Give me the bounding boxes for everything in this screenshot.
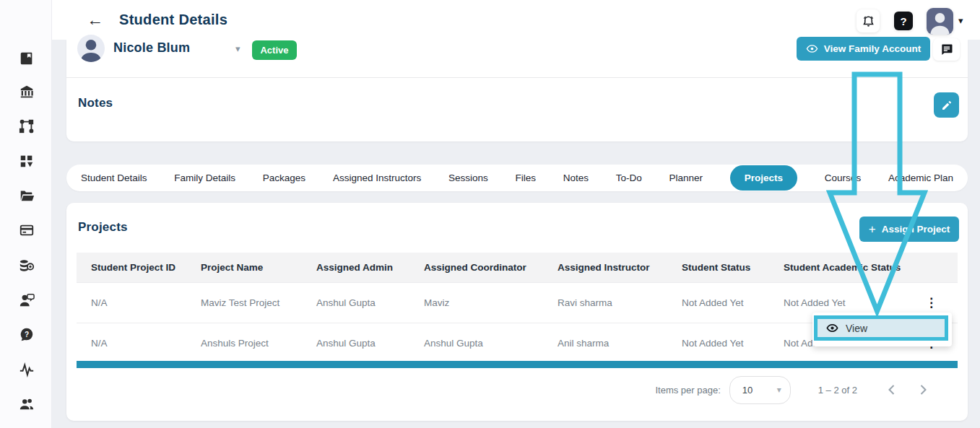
dashboard-icon bbox=[19, 153, 35, 169]
col-project-name: Project Name bbox=[195, 253, 311, 282]
cell-student-status: Not Added Yet bbox=[676, 282, 778, 323]
sidebar-item-workflow[interactable] bbox=[18, 118, 35, 134]
help-button[interactable]: ? bbox=[894, 12, 913, 30]
eye-icon bbox=[826, 322, 838, 334]
sidebar-item-community[interactable] bbox=[18, 396, 35, 412]
sidebar-item-person-chat[interactable] bbox=[18, 292, 35, 308]
cell-assigned-coordinator: Maviz bbox=[418, 282, 552, 323]
svg-text:?: ? bbox=[24, 331, 28, 339]
app-logo[interactable] bbox=[7, 10, 45, 33]
chevron-right-icon bbox=[919, 385, 927, 395]
tab-student-details[interactable]: Student Details bbox=[81, 172, 147, 183]
notebook-icon bbox=[19, 51, 35, 66]
chat-bubble-icon bbox=[940, 43, 954, 57]
sidebar-item-notebook[interactable] bbox=[18, 50, 35, 66]
cell-assigned-instructor: Ravi sharma bbox=[552, 282, 676, 323]
sidebar-item-transactions[interactable] bbox=[18, 257, 35, 274]
person-silhouette-icon bbox=[77, 35, 105, 62]
tab-notes[interactable]: Notes bbox=[563, 172, 589, 183]
plus-icon: + bbox=[869, 222, 876, 237]
col-student-academic-status: Student Academic Status bbox=[778, 253, 919, 282]
edit-notes-button[interactable] bbox=[934, 92, 959, 118]
tab-files[interactable]: Files bbox=[515, 172, 536, 183]
folder-icon bbox=[19, 188, 35, 204]
sidebar-item-dashboard[interactable] bbox=[18, 152, 35, 169]
cell-project-name: Maviz Test Project bbox=[195, 282, 311, 323]
tab-projects-active[interactable]: Projects bbox=[730, 165, 797, 191]
status-badge: Active bbox=[252, 40, 297, 60]
coins-view-icon bbox=[19, 258, 35, 274]
sidebar-item-institution[interactable] bbox=[18, 83, 35, 100]
notes-heading: Notes bbox=[78, 96, 113, 110]
items-per-page-select[interactable]: 10 ▾ bbox=[729, 376, 791, 404]
credit-card-icon bbox=[19, 222, 35, 238]
page-title: Student Details bbox=[119, 12, 227, 28]
tab-courses[interactable]: Courses bbox=[825, 172, 861, 183]
col-student-project-id: Student Project ID bbox=[77, 253, 195, 282]
tab-planner[interactable]: Planner bbox=[669, 172, 703, 183]
view-family-account-button[interactable]: View Family Account bbox=[797, 37, 930, 61]
student-name-caret-icon[interactable]: ▾ bbox=[235, 43, 240, 54]
sidebar-item-activity[interactable] bbox=[18, 361, 35, 377]
workflow-icon bbox=[19, 118, 35, 134]
tab-packages[interactable]: Packages bbox=[263, 172, 305, 183]
cell-assigned-instructor: Anil sharma bbox=[552, 323, 676, 363]
detail-tabs: Student Details Family Details Packages … bbox=[66, 165, 968, 191]
tab-academic-plan[interactable]: Academic Plan bbox=[888, 172, 953, 183]
cell-student-project-id[interactable]: N/A bbox=[77, 282, 195, 323]
sidebar: ? bbox=[0, 0, 52, 428]
page-range-label: 1 – 2 of 2 bbox=[818, 385, 857, 396]
items-per-page-value: 10 bbox=[742, 385, 753, 396]
col-assigned-instructor: Assigned Instructor bbox=[552, 253, 676, 282]
projects-table: Student Project ID Project Name Assigned… bbox=[77, 253, 958, 363]
people-group-icon bbox=[19, 396, 35, 412]
col-assigned-coordinator: Assigned Coordinator bbox=[418, 253, 552, 282]
tab-family-details[interactable]: Family Details bbox=[174, 172, 235, 183]
eye-icon bbox=[806, 43, 818, 55]
pencil-icon bbox=[941, 100, 953, 111]
projects-card: Projects + Assign Project Student Projec… bbox=[66, 203, 968, 421]
col-assigned-admin: Assigned Admin bbox=[311, 253, 418, 282]
user-menu-caret-icon[interactable]: ▾ bbox=[958, 15, 963, 26]
select-caret-icon: ▾ bbox=[777, 385, 781, 395]
cell-assigned-coordinator: Anshul Gupta bbox=[418, 323, 552, 363]
tab-todo[interactable]: To-Do bbox=[616, 172, 642, 183]
cell-assigned-admin[interactable]: Anshul Gupta bbox=[311, 282, 418, 323]
question-mark-icon: ? bbox=[900, 15, 906, 27]
col-actions bbox=[919, 253, 958, 282]
student-name: Nicole Blum bbox=[113, 40, 190, 56]
sidebar-item-billing[interactable] bbox=[18, 222, 35, 238]
row-actions-menu: View bbox=[812, 313, 952, 346]
next-page-button[interactable] bbox=[919, 385, 927, 395]
person-chat-icon bbox=[19, 292, 35, 308]
notifications-button[interactable] bbox=[857, 9, 880, 32]
cell-project-name: Anshuls Project bbox=[195, 323, 311, 363]
divider bbox=[66, 77, 968, 78]
menu-item-view[interactable]: View bbox=[814, 315, 948, 341]
cell-assigned-admin[interactable]: Anshul Gupta bbox=[311, 323, 418, 363]
paginator: Items per page: 10 ▾ 1 – 2 of 2 bbox=[66, 372, 959, 408]
help-bubble-icon: ? bbox=[19, 327, 35, 343]
student-avatar bbox=[77, 35, 105, 62]
tab-assigned-instructors[interactable]: Assigned Instructors bbox=[333, 172, 421, 183]
person-silhouette-icon bbox=[927, 8, 953, 35]
row-actions-kebab-icon[interactable]: ⋮ bbox=[925, 296, 937, 310]
student-details-page: ? ← Student Details ? ▾ Notes Nicole Blu… bbox=[0, 0, 980, 428]
tab-sessions[interactable]: Sessions bbox=[448, 172, 488, 183]
horizontal-scrollbar[interactable] bbox=[77, 361, 958, 368]
cell-student-project-id[interactable]: N/A bbox=[77, 323, 195, 363]
institution-icon bbox=[19, 84, 35, 100]
chat-button[interactable] bbox=[933, 38, 960, 61]
assign-project-button[interactable]: + Assign Project bbox=[859, 217, 959, 242]
user-avatar[interactable] bbox=[927, 8, 953, 35]
bell-icon bbox=[862, 14, 875, 28]
projects-heading: Projects bbox=[78, 220, 128, 235]
sidebar-item-folder[interactable] bbox=[18, 187, 35, 204]
table-header-row: Student Project ID Project Name Assigned… bbox=[77, 253, 958, 282]
view-family-account-label: View Family Account bbox=[824, 43, 921, 54]
sidebar-item-help[interactable]: ? bbox=[18, 326, 35, 343]
back-arrow-icon[interactable]: ← bbox=[87, 10, 103, 30]
activity-pulse-icon bbox=[19, 362, 35, 377]
col-student-status: Student Status bbox=[676, 253, 778, 282]
previous-page-button[interactable] bbox=[888, 385, 896, 395]
